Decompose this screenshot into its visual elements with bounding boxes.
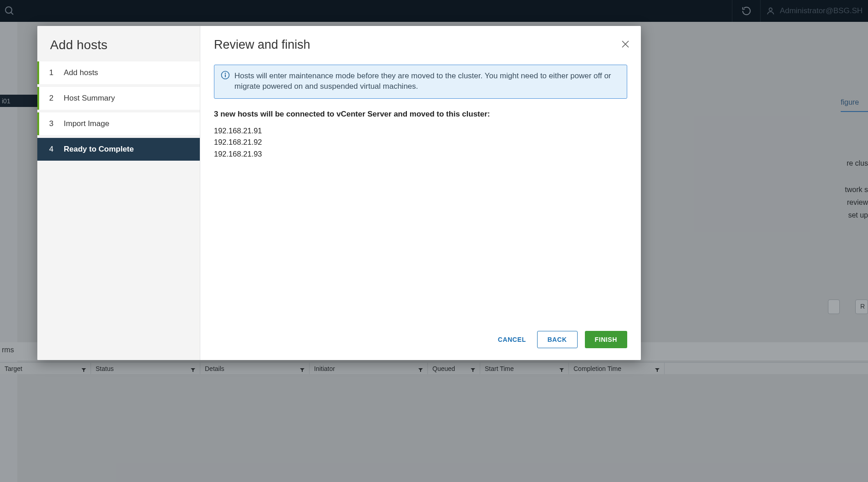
cancel-button[interactable]: CANCEL (494, 331, 530, 348)
step-number: 4 (49, 145, 56, 154)
wizard-step-ready-to-complete[interactable]: 4 Ready to Complete (37, 138, 200, 161)
step-label: Import Image (64, 119, 109, 128)
close-button[interactable] (619, 38, 632, 51)
host-entry: 192.168.21.91 (214, 125, 627, 137)
add-hosts-wizard-modal: Add hosts 1 Add hosts 2 Host Summary 3 I… (37, 26, 641, 360)
back-button[interactable]: BACK (537, 331, 578, 348)
info-text: Hosts will enter maintenance mode before… (234, 71, 611, 91)
step-label: Add hosts (64, 68, 98, 77)
wizard-step-import-image[interactable]: 3 Import Image (37, 112, 200, 135)
info-icon (221, 71, 230, 80)
host-entry: 192.168.21.92 (214, 137, 627, 148)
step-label: Host Summary (64, 94, 115, 103)
svg-rect-14 (225, 75, 226, 77)
finish-button[interactable]: FINISH (585, 331, 628, 348)
wizard-steps: 1 Add hosts 2 Host Summary 3 Import Imag… (37, 61, 200, 161)
wizard-content: Review and finish Hosts will enter maint… (200, 26, 641, 360)
step-number: 1 (49, 68, 56, 77)
step-number: 2 (49, 94, 56, 103)
host-list: 192.168.21.91 192.168.21.92 192.168.21.9… (214, 125, 627, 160)
content-heading: Review and finish (214, 38, 627, 52)
info-banner: Hosts will enter maintenance mode before… (214, 65, 627, 99)
step-label: Ready to Complete (64, 145, 134, 154)
summary-heading: 3 new hosts will be connected to vCenter… (214, 110, 627, 119)
close-icon (621, 40, 630, 49)
host-entry: 192.168.21.93 (214, 148, 627, 160)
wizard-sidebar: Add hosts 1 Add hosts 2 Host Summary 3 I… (37, 26, 200, 360)
wizard-step-host-summary[interactable]: 2 Host Summary (37, 87, 200, 110)
wizard-title: Add hosts (37, 38, 200, 61)
wizard-step-add-hosts[interactable]: 1 Add hosts (37, 61, 200, 84)
svg-point-13 (225, 73, 226, 74)
wizard-button-row: CANCEL BACK FINISH (494, 331, 627, 348)
step-number: 3 (49, 119, 56, 128)
